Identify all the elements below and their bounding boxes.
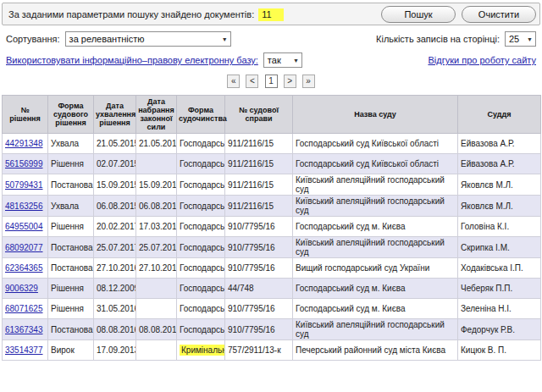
effective-date-cell: 27.10.2016 <box>136 258 177 279</box>
case-number-cell: 911/2116/15 <box>225 154 293 174</box>
legal-base-select[interactable]: так ▼ <box>263 52 302 68</box>
proceeding-type-cell: Господарське <box>177 258 225 279</box>
sort-select[interactable]: за релевантністю ▼ <box>65 31 231 47</box>
court-name-cell: Київський апеляційний господарський суд <box>293 319 458 340</box>
per-page-control: Кількість записів на сторінці: 25 ▼ <box>376 31 536 47</box>
header-proceeding-type: Форма судочинства <box>177 96 225 134</box>
legal-base-control: Використовувати інформаційно–правову еле… <box>6 52 302 68</box>
sort-control: Сортування: за релевантністю ▼ <box>6 31 231 47</box>
table-row: 64955004Рішення20.02.201717.03.2017Госпо… <box>3 217 541 237</box>
table-row: 9006329Рішення08.12.2009Господарське44/7… <box>3 279 541 299</box>
decision-date-cell: 21.05.2015 <box>94 134 136 154</box>
results-table-body: 44291348Ухвала21.05.201521.05.2015Господ… <box>3 134 541 361</box>
header-judge: Суддя <box>458 96 541 134</box>
decision-date-cell: 17.09.2013 <box>94 340 136 361</box>
decision-link[interactable]: 33514377 <box>5 345 43 355</box>
case-number-cell: 910/7795/16 <box>225 217 293 237</box>
decision-date-cell: 27.10.2016 <box>94 258 136 279</box>
decision-link[interactable]: 44291348 <box>5 139 43 148</box>
feedback-control: Відгуки про роботу сайту <box>428 55 536 65</box>
decision-form-cell: Ухвала <box>48 196 94 217</box>
decision-link[interactable]: 9006329 <box>5 284 38 293</box>
topbar-buttons: Пошук Очистити <box>375 6 536 23</box>
header-decision-form: Форма судового рішення <box>48 96 94 134</box>
decision-link[interactable]: 62364365 <box>5 263 43 273</box>
decision-link[interactable]: 56156999 <box>5 159 43 168</box>
judge-name-cell: Зеленіна Н.І. <box>458 299 541 319</box>
pagination-page-1[interactable]: 1 <box>265 75 278 88</box>
decision-link[interactable]: 48163256 <box>5 202 43 211</box>
decision-link[interactable]: 68071625 <box>5 304 43 313</box>
decision-link-cell: 50799431 <box>3 174 48 196</box>
case-number-cell: 44/748 <box>225 279 293 299</box>
court-name-cell: Київський апеляційний господарський суд <box>293 196 458 217</box>
per-page-select[interactable]: 25 ▼ <box>505 31 536 47</box>
proceeding-type-cell: Господарське <box>177 196 225 217</box>
judge-name-cell: Скрипка І.М. <box>458 237 541 258</box>
decision-link[interactable]: 64955004 <box>5 222 43 231</box>
proceeding-type-cell: Кримінальне <box>177 340 225 361</box>
decision-form-cell: Рішення <box>48 299 94 319</box>
legal-base-link[interactable]: Використовувати інформаційно–правову еле… <box>6 55 258 65</box>
case-number-cell: 910/7795/16 <box>225 299 293 319</box>
court-name-cell: Господарський суд м. Києва <box>293 279 458 299</box>
effective-date-cell: 15.09.2015 <box>136 174 177 196</box>
proceeding-type-cell: Господарське <box>177 299 225 319</box>
pagination-next-button[interactable]: > <box>284 75 296 88</box>
header-decision-number: № рішення <box>3 96 48 134</box>
results-summary: За заданими параметрами пошуку знайдено … <box>8 9 284 19</box>
decision-link[interactable]: 50799431 <box>5 180 43 190</box>
case-number-cell: 910/7795/16 <box>225 258 293 279</box>
decision-date-cell: 08.12.2009 <box>94 279 136 299</box>
results-summary-text: За заданими параметрами пошуку знайдено … <box>8 9 254 19</box>
results-summary-bar: За заданими параметрами пошуку знайдено … <box>2 3 540 25</box>
effective-date-cell: 17.03.2017 <box>136 217 177 237</box>
court-name-cell: Київський апеляційний господарський суд <box>293 237 458 258</box>
table-row: 33514377Вирок17.09.2013Кримінальне757/29… <box>3 340 541 361</box>
pagination-last-button[interactable]: » <box>302 75 315 88</box>
decision-link[interactable]: 68092077 <box>5 243 43 252</box>
effective-date-cell: 08.08.2016 <box>136 319 177 340</box>
court-name-cell: Київський апеляційний господарський суд <box>293 174 458 196</box>
table-header-row: № рішення Форма судового рішення Дата ух… <box>3 96 541 134</box>
decision-link-cell: 44291348 <box>3 134 48 154</box>
decision-form-cell: Вирок <box>48 340 94 361</box>
judge-name-cell: Яковлєв М.Л. <box>458 174 541 196</box>
decision-link[interactable]: 61367343 <box>5 325 43 334</box>
decision-link-cell: 56156999 <box>3 154 48 174</box>
decision-form-cell: Ухвала <box>48 134 94 154</box>
decision-date-cell: 08.08.2016 <box>94 319 136 340</box>
effective-date-cell: 06.08.2015 <box>136 196 177 217</box>
header-case-number: № судової справи <box>225 96 293 134</box>
legal-base-select-value: так <box>268 55 281 65</box>
header-court-name: Назва суду <box>293 96 458 134</box>
table-row: 50799431Постанова15.09.201515.09.2015Гос… <box>3 174 541 196</box>
decision-date-cell: 25.07.2017 <box>94 237 136 258</box>
proceeding-type-cell: Господарське <box>177 237 225 258</box>
feedback-link[interactable]: Відгуки про роботу сайту <box>428 55 536 65</box>
clear-button[interactable]: Очистити <box>462 6 536 23</box>
decision-date-cell: 20.02.2017 <box>94 217 136 237</box>
judge-name-cell: Ейвазова А.Р. <box>458 154 541 174</box>
table-row: 44291348Ухвала21.05.201521.05.2015Господ… <box>3 134 541 154</box>
sort-controls-row: Сортування: за релевантністю ▼ Кількість… <box>0 31 542 47</box>
search-button[interactable]: Пошук <box>381 6 456 23</box>
table-row: 56156999Рішення02.07.2015Господарське911… <box>3 154 541 174</box>
search-results-page: За заданими параметрами пошуку знайдено … <box>0 3 542 361</box>
table-row: 61367343Постанова08.08.201608.08.2016Гос… <box>3 319 541 340</box>
decision-date-cell: 31.05.2016 <box>94 299 136 319</box>
decision-form-cell: Рішення <box>48 217 94 237</box>
court-name-cell: Господарський суд м. Києва <box>293 299 458 319</box>
decision-form-cell: Постанова <box>48 258 94 279</box>
per-page-select-value: 25 <box>509 34 519 44</box>
effective-date-cell: 21.05.2015 <box>136 134 177 154</box>
decision-form-cell: Постанова <box>48 319 94 340</box>
court-name-cell: Вищий господарський суд України <box>293 258 458 279</box>
decision-link-cell: 33514377 <box>3 340 48 361</box>
effective-date-cell: 25.07.2017 <box>136 237 177 258</box>
chevron-down-icon: ▼ <box>222 36 228 42</box>
case-number-cell: 910/7795/16 <box>225 237 293 258</box>
pagination-prev-button[interactable]: < <box>246 75 258 88</box>
pagination-first-button[interactable]: « <box>227 75 240 88</box>
case-number-cell: 911/2116/15 <box>225 196 293 217</box>
